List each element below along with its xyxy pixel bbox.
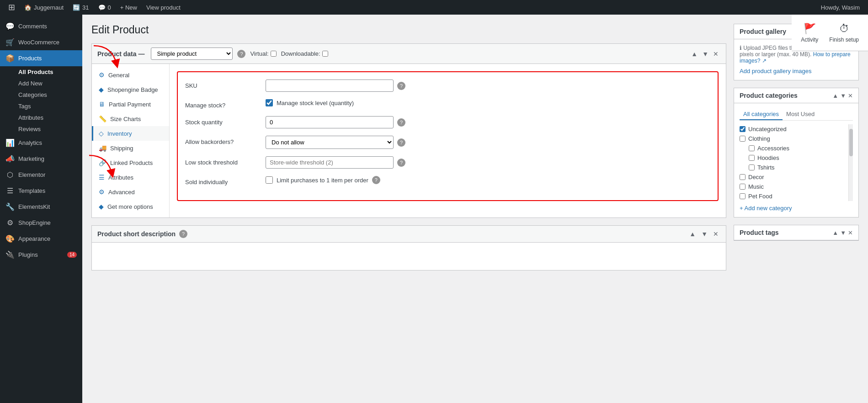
submenu-tags[interactable]: Tags bbox=[0, 101, 82, 112]
submenu-all-products[interactable]: All Products bbox=[0, 66, 82, 78]
cat-tab-most-used[interactable]: Most Used bbox=[783, 109, 818, 120]
submenu-add-new[interactable]: Add New bbox=[0, 78, 82, 89]
virtual-field: Virtual: bbox=[250, 50, 276, 57]
sidebar-item-comments[interactable]: 💬 Comments bbox=[0, 18, 82, 34]
marketing-icon: 📣 bbox=[5, 154, 15, 163]
site-name-link[interactable]: 🏠 Juggernaut bbox=[20, 0, 68, 15]
appearance-icon: 🎨 bbox=[5, 234, 15, 243]
categories-label: Categories bbox=[18, 91, 47, 98]
sidebar-item-products[interactable]: 📦 Products bbox=[0, 50, 82, 66]
cat-tshirts-label: Tshirts bbox=[757, 164, 775, 171]
tab-shopengine-badge[interactable]: ◆ Shopengine Badge bbox=[92, 82, 169, 97]
short-desc-collapse-up[interactable]: ▲ bbox=[687, 229, 698, 239]
virtual-checkbox[interactable] bbox=[271, 51, 277, 57]
tab-attributes[interactable]: ☰ Attributes bbox=[92, 170, 169, 185]
product-tabs: ⚙ General ◆ Shopengine Badge 🖥 Partial P… bbox=[92, 64, 170, 217]
sold-individually-checkbox[interactable] bbox=[266, 176, 273, 184]
cat-uncategorized-checkbox[interactable] bbox=[740, 126, 746, 132]
sidebar-item-plugins[interactable]: 🔌 Plugins 14 bbox=[0, 247, 82, 263]
submenu-reviews[interactable]: Reviews bbox=[0, 123, 82, 135]
stock-quantity-help[interactable]: ? bbox=[397, 118, 405, 127]
sidebar-item-elementor[interactable]: ⬡ Elementor bbox=[0, 167, 82, 183]
get-more-tab-icon: ◆ bbox=[99, 203, 104, 210]
cat-decor-checkbox[interactable] bbox=[740, 174, 746, 180]
attributes-tab-icon: ☰ bbox=[99, 174, 105, 181]
new-content-label: + New bbox=[120, 4, 137, 11]
product-type-select[interactable]: Simple product Grouped product External/… bbox=[151, 48, 233, 60]
sold-individually-help[interactable]: ? bbox=[372, 176, 380, 184]
inventory-tab-icon: ◇ bbox=[99, 130, 104, 137]
product-categories-box: Product categories ▲ ▼ ✕ All categories bbox=[734, 88, 859, 217]
tab-partial-payment[interactable]: 🖥 Partial Payment bbox=[92, 97, 169, 111]
add-gallery-images-link[interactable]: Add product gallery images bbox=[740, 68, 812, 74]
categories-collapse-close[interactable]: ✕ bbox=[848, 92, 853, 99]
collapse-close-btn[interactable]: ✕ bbox=[711, 49, 720, 58]
submenu-attributes[interactable]: Attributes bbox=[0, 112, 82, 123]
elementor-icon: ⬡ bbox=[5, 170, 15, 179]
sku-input[interactable] bbox=[266, 80, 394, 92]
collapse-up-btn[interactable]: ▲ bbox=[689, 49, 699, 58]
allow-backorders-select[interactable]: Do not allow Allow, but notify customer … bbox=[266, 136, 394, 149]
advanced-tab-icon: ⚙ bbox=[99, 188, 105, 196]
product-short-description-box: Product short description ? ▲ ▼ ✕ bbox=[91, 225, 726, 270]
sidebar-item-marketing[interactable]: 📣 Marketing bbox=[0, 151, 82, 167]
categories-collapse-up[interactable]: ▲ bbox=[832, 92, 838, 99]
tab-shipping[interactable]: 🚚 Shipping bbox=[92, 141, 169, 155]
tab-get-more-options[interactable]: ◆ Get more options bbox=[92, 199, 169, 214]
cat-clothing-checkbox[interactable] bbox=[740, 136, 746, 142]
comments-link[interactable]: 💬 0 bbox=[94, 0, 116, 15]
product-short-desc-help[interactable]: ? bbox=[179, 230, 187, 238]
sidebar-item-woocommerce[interactable]: 🛒 WooCommerce bbox=[0, 34, 82, 50]
general-tab-label: General bbox=[108, 72, 129, 79]
list-item: Music bbox=[740, 182, 853, 191]
cat-tshirts-checkbox[interactable] bbox=[749, 164, 755, 170]
sku-help[interactable]: ? bbox=[397, 82, 405, 90]
sidebar-item-appearance[interactable]: 🎨 Appearance bbox=[0, 231, 82, 247]
tags-collapse-up[interactable]: ▲ bbox=[832, 229, 838, 236]
categories-collapse-down[interactable]: ▼ bbox=[840, 92, 846, 99]
product-categories-header: Product categories ▲ ▼ ✕ bbox=[734, 88, 858, 103]
short-desc-collapse-down[interactable]: ▼ bbox=[699, 229, 709, 239]
sidebar-item-templates[interactable]: ☰ Templates bbox=[0, 183, 82, 199]
tab-linked-products[interactable]: 🔗 Linked Products bbox=[92, 155, 169, 170]
sidebar-item-analytics[interactable]: 📊 Analytics bbox=[0, 135, 82, 151]
tab-general[interactable]: ⚙ General bbox=[92, 68, 169, 82]
sku-label: SKU bbox=[185, 80, 258, 89]
low-stock-help[interactable]: ? bbox=[397, 159, 405, 167]
add-new-category-link[interactable]: + Add new category bbox=[740, 205, 853, 212]
cat-music-checkbox[interactable] bbox=[740, 184, 746, 190]
allow-backorders-label: Allow backorders? bbox=[185, 136, 258, 145]
tab-advanced[interactable]: ⚙ Advanced bbox=[92, 185, 169, 199]
manage-stock-checkbox[interactable] bbox=[266, 99, 273, 106]
cat-hoodies-checkbox[interactable] bbox=[749, 155, 755, 161]
short-desc-collapse-close[interactable]: ✕ bbox=[711, 229, 720, 239]
inventory-highlight-box: SKU ? Manage stock? bbox=[177, 71, 719, 201]
marketing-label: Marketing bbox=[18, 155, 44, 162]
updates-link[interactable]: 🔄 31 bbox=[68, 0, 93, 15]
tags-collapse-down[interactable]: ▼ bbox=[840, 229, 846, 236]
cat-pet-food-checkbox[interactable] bbox=[740, 193, 746, 199]
finish-setup-button[interactable]: ⏱ Finish setup bbox=[829, 23, 859, 43]
new-content-link[interactable]: + New bbox=[116, 0, 142, 15]
view-product-link[interactable]: View product bbox=[142, 0, 185, 15]
collapse-down-btn[interactable]: ▼ bbox=[700, 49, 710, 58]
tab-inventory[interactable]: ◇ Inventory bbox=[92, 126, 169, 141]
sidebar-item-elementskit[interactable]: 🔧 ElementsKit bbox=[0, 199, 82, 215]
allow-backorders-field: Allow backorders? Do not allow Allow, bu… bbox=[185, 136, 710, 149]
low-stock-input[interactable] bbox=[266, 156, 394, 169]
activity-button[interactable]: 🚩 Activity bbox=[801, 23, 818, 43]
wp-logo-link[interactable]: ⊞ bbox=[4, 0, 20, 15]
sidebar-item-shopengine[interactable]: ⚙ ShopEngine bbox=[0, 215, 82, 231]
list-item: Uncategorized bbox=[740, 124, 853, 134]
cat-tab-all[interactable]: All categories bbox=[740, 109, 783, 120]
allow-backorders-help[interactable]: ? bbox=[397, 138, 405, 147]
tags-collapse-close[interactable]: ✕ bbox=[848, 229, 853, 236]
virtual-label: Virtual: bbox=[250, 50, 268, 57]
submenu-categories[interactable]: Categories bbox=[0, 89, 82, 101]
cat-accessories-checkbox[interactable] bbox=[749, 145, 755, 151]
low-stock-field: Low stock threshold ? bbox=[185, 156, 710, 169]
tab-size-charts[interactable]: 📏 Size Charts bbox=[92, 111, 169, 126]
stock-quantity-input[interactable] bbox=[266, 116, 394, 128]
product-type-help[interactable]: ? bbox=[237, 50, 245, 58]
downloadable-checkbox[interactable] bbox=[322, 51, 328, 57]
